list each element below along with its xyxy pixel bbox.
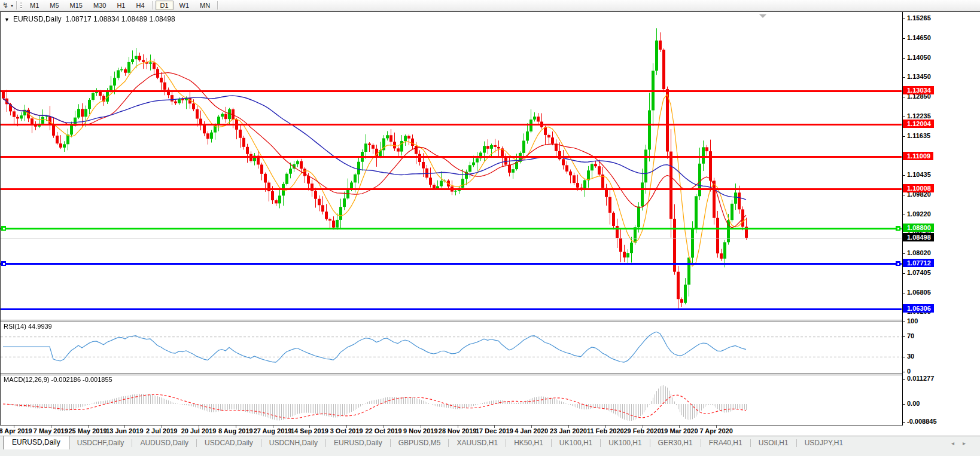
rsi-axis-tick: 70 xyxy=(907,332,914,339)
axis-tick-mark xyxy=(421,426,421,428)
timeframe-button-h4[interactable]: H4 xyxy=(131,1,149,10)
chart-left-border xyxy=(0,12,1,426)
timeframe-button-d1[interactable]: D1 xyxy=(156,1,174,10)
chart-tab-hk50-h1[interactable]: HK50,H1 xyxy=(506,437,551,449)
price-axis-tick: 1.12235 xyxy=(907,112,931,120)
rsi-value: 44.9939 xyxy=(28,323,52,330)
date-axis-label: 27 Aug 2019 xyxy=(254,427,292,434)
timeframe-button-w1[interactable]: W1 xyxy=(175,1,194,10)
date-axis-label: 7 May 2019 xyxy=(34,427,68,434)
chart-window: ▼EURUSD,Daily 1.08717 1.08834 1.08489 1.… xyxy=(0,11,980,435)
axis-tick-mark xyxy=(902,136,905,137)
chart-title: ▼EURUSD,Daily 1.08717 1.08834 1.08489 1.… xyxy=(4,15,175,23)
tab-scroll-left-icon[interactable]: ◂ xyxy=(951,440,963,446)
toolbar-grip-icon[interactable] xyxy=(20,2,22,9)
timeframe-button-h1[interactable]: H1 xyxy=(112,1,130,10)
axis-tick-mark xyxy=(51,426,51,428)
date-axis-label: 19 Mar 2020 xyxy=(661,427,698,434)
price-axis-tick: 1.06805 xyxy=(907,289,931,296)
price-axis-tick: 1.10435 xyxy=(907,171,931,178)
axis-tick-mark xyxy=(162,426,162,428)
axis-tick-mark xyxy=(902,336,905,337)
price-level-tag: 1.10008 xyxy=(903,184,934,192)
date-axis-label: 2 Jul 2019 xyxy=(146,427,178,434)
axis-tick-mark xyxy=(273,426,273,428)
chart-symbol-label: EURUSD,Daily xyxy=(13,15,62,23)
date-axis-label: 28 Nov 2019 xyxy=(439,427,477,434)
axis-tick-mark xyxy=(605,426,606,428)
axis-tick-mark xyxy=(902,195,905,195)
price-level-tag: 1.08498 xyxy=(903,233,934,241)
chart-tab-fra40-h1[interactable]: FRA40,H1 xyxy=(701,437,750,449)
chart-tab-bar: EURUSD,DailyUSDCHF,DailyAUDUSD,DailyUSDC… xyxy=(0,436,980,449)
axis-tick-mark xyxy=(346,426,347,428)
chart-tab-audusd-daily[interactable]: AUDUSD,Daily xyxy=(132,437,196,449)
price-level-tag: 1.11009 xyxy=(903,152,933,160)
axis-tick-mark xyxy=(309,426,310,428)
axis-tick-mark xyxy=(679,426,680,428)
date-axis-label: 13 Jun 2019 xyxy=(106,427,143,434)
date-axis-label: 22 Oct 2019 xyxy=(365,427,401,434)
cursor-tool-dropdown-icon[interactable]: ▾ xyxy=(11,3,13,8)
price-axis-tick: 1.07405 xyxy=(907,269,931,276)
date-axis-label: 4 Jan 2020 xyxy=(515,427,548,434)
rsi-axis-tick: 100 xyxy=(907,317,918,325)
axis-tick-mark xyxy=(716,426,717,428)
chart-tab-eurusd-daily[interactable]: EURUSD,Daily xyxy=(326,437,390,449)
rsi-indicator-canvas[interactable] xyxy=(1,321,902,373)
chart-tab-eurusd-daily[interactable]: EURUSD,Daily xyxy=(3,436,69,449)
date-axis-label: 8 Aug 2019 xyxy=(218,427,253,434)
date-axis-label: 23 Jan 2020 xyxy=(550,427,587,434)
price-chart-canvas[interactable] xyxy=(1,13,902,320)
date-axis-label: 7 Apr 2020 xyxy=(700,427,733,434)
axis-tick-mark xyxy=(124,426,125,428)
price-level-tag: 1.12004 xyxy=(903,120,934,128)
axis-tick-mark xyxy=(494,426,495,428)
chart-tab-usdcad-daily[interactable]: USDCAD,Daily xyxy=(197,437,261,449)
price-scale-separator xyxy=(902,12,903,426)
chart-tab-ger30-h1[interactable]: GER30,H1 xyxy=(650,437,701,449)
macd-indicator-canvas[interactable] xyxy=(1,374,902,425)
price-axis-tick: 1.14650 xyxy=(907,34,931,41)
axis-tick-mark xyxy=(902,97,905,97)
axis-tick-mark xyxy=(902,404,905,405)
timeframe-button-mn[interactable]: MN xyxy=(195,1,215,10)
cursor-tool-icon[interactable]: ↯ xyxy=(0,1,11,10)
status-bar xyxy=(0,449,980,456)
chart-tab-usdjpy-h1[interactable]: USDJPY,H1 xyxy=(797,437,851,449)
price-level-tag: 1.07712 xyxy=(903,259,934,267)
timeframe-buttons: M1M5M15M30H1H4D1W1MN xyxy=(25,1,220,10)
chart-tab-uk100-h1[interactable]: UK100,H1 xyxy=(601,437,649,449)
chart-tab-gbpusd-m5[interactable]: GBPUSD,M5 xyxy=(391,437,449,449)
chart-tab-usdcnh-daily[interactable]: USDCNH,Daily xyxy=(261,437,325,449)
chart-tab-usdchf-daily[interactable]: USDCHF,Daily xyxy=(69,437,132,449)
rsi-axis-tick: 30 xyxy=(907,353,914,360)
axis-tick-mark xyxy=(902,293,905,293)
time-axis[interactable]: 18 Apr 20197 May 201925 May 201913 Jun 2… xyxy=(0,426,980,436)
axis-tick-mark xyxy=(902,357,905,357)
price-axis-tick: 1.14050 xyxy=(907,54,931,61)
timeframe-button-m5[interactable]: M5 xyxy=(45,1,63,10)
price-level-tag: 1.06306 xyxy=(903,304,934,313)
rsi-label: RSI(14) 44.9939 xyxy=(4,323,52,330)
date-axis-label: 11 Feb 2020 xyxy=(587,427,624,434)
timeframe-button-m15[interactable]: M15 xyxy=(65,1,87,10)
mt4-window: ↯ ▾ M1M5M15M30H1H4D1W1MN ▼EURUSD,Daily 1… xyxy=(0,0,980,456)
axis-tick-mark xyxy=(458,426,458,428)
chart-tab-uk100-h1[interactable]: UK100,H1 xyxy=(552,437,600,449)
timeframe-button-m30[interactable]: M30 xyxy=(89,1,111,10)
axis-tick-mark xyxy=(902,77,905,78)
date-axis-label: 25 May 2019 xyxy=(68,427,106,434)
axis-tick-mark xyxy=(568,426,569,428)
chart-ohlc-values: 1.08717 1.08834 1.08489 1.08498 xyxy=(65,15,175,23)
chart-tab-usoil-h1[interactable]: USOil,H1 xyxy=(751,437,796,449)
axis-tick-mark xyxy=(902,175,905,176)
timeframe-button-m1[interactable]: M1 xyxy=(25,1,44,10)
chart-tab-xauusd-h1[interactable]: XAUUSD,H1 xyxy=(449,437,506,449)
macd-values: -0.002186 -0.001855 xyxy=(51,376,112,383)
axis-tick-mark xyxy=(531,426,532,428)
axis-tick-mark xyxy=(902,38,905,39)
chart-dropdown-icon[interactable]: ▼ xyxy=(4,17,10,23)
rsi-axis-tick: 0 xyxy=(907,368,911,375)
tab-scroll-right-icon[interactable]: ▸ xyxy=(963,440,974,446)
